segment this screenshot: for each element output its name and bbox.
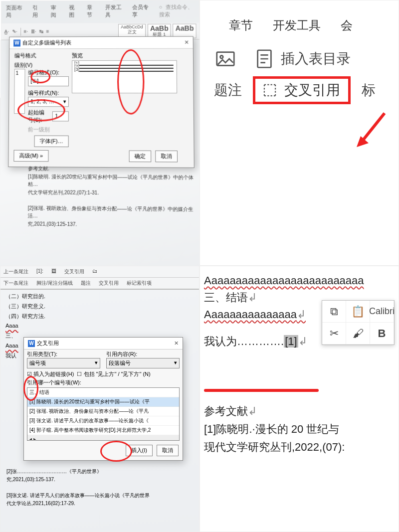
- tab[interactable]: 引用: [31, 4, 42, 21]
- annotation-underline: [204, 389, 319, 392]
- context-mini-toolbar: ⧉ 📋 Calibri ✂ 🖌 B: [322, 300, 395, 345]
- list-item[interactable]: [4] 郭子暄. 高中整本书阅读教学研究[D].河北师范大学,2: [27, 426, 179, 435]
- ok-button[interactable]: 确定: [129, 151, 152, 163]
- number-style-select[interactable]: 1, 2, 3, …▾: [28, 97, 69, 107]
- image-icon: [214, 47, 237, 70]
- ribbon-tabs: 页面布局 引用 审阅 视图 章节 开发工具 会员专享 ○ 查找命令、搜索: [1, 0, 200, 23]
- font-button[interactable]: 字体(F)…: [34, 136, 68, 147]
- indent-icon[interactable]: ↹: [39, 29, 43, 34]
- dialog-custom-multilevel-list: W自定义多级编号列表✕ 编号格式 级别(V) 1 编号格式(O): [①] 编号…: [8, 36, 195, 168]
- cut-icon[interactable]: ✂: [322, 323, 346, 345]
- table-of-figures-icon: [253, 47, 276, 70]
- cross-reference-button[interactable]: 交叉引用: [99, 280, 119, 287]
- label-level: 级别(V): [14, 61, 69, 69]
- tab[interactable]: 会员专享: [131, 3, 151, 21]
- cross-reference-button[interactable]: 交叉引用: [253, 76, 351, 104]
- tab-member[interactable]: 会: [341, 17, 353, 33]
- copy-icon[interactable]: ⧉: [322, 301, 346, 323]
- reference-entry: 现代文学研究丛刊,2022,(07):: [204, 440, 399, 455]
- format-painter-icon[interactable]: 🖌: [346, 323, 370, 345]
- label-prev-level: 前一级别: [28, 126, 69, 133]
- annotation-arrow-icon: [355, 110, 390, 150]
- separator-button[interactable]: 脚注/尾注分隔线: [36, 280, 73, 287]
- caption-button[interactable]: 题注: [81, 280, 91, 287]
- numbering-icon[interactable]: ≣·: [31, 29, 36, 34]
- label-which-item: 引用哪一个编号项(W):: [24, 379, 183, 386]
- list-item[interactable]: [3] 张文诺. 讲述平凡人们的改革故事——论长篇小说《: [27, 416, 179, 426]
- prev-endnote[interactable]: 上一条尾注: [3, 268, 28, 275]
- caption-label[interactable]: 题注: [214, 76, 242, 104]
- group-label: 编号格式: [14, 52, 69, 59]
- close-icon[interactable]: ✕: [174, 340, 179, 347]
- body-text: Aaaaaaaaaaaaaaaaaaaaaaaaaa: [204, 274, 399, 287]
- panel-numbering-dialog-photo: 页面布局 引用 审阅 视图 章节 开发工具 会员专享 ○ 查找命令、搜索 A̲·…: [0, 0, 202, 271]
- hyperlink-checkbox[interactable]: ☑ 插入为超链接(H): [27, 371, 74, 377]
- ribbon-tabs: 章节 开发工具 会: [205, 12, 399, 47]
- highlight-icon[interactable]: ✎·: [12, 29, 17, 34]
- label-number-format: 编号格式(O):: [28, 69, 69, 76]
- panel-document-result: Aaaaaaaaaaaaaaaaaaaaaaaaaa 三、结语↲ Aaaaaaa…: [200, 266, 399, 532]
- list-item[interactable]: [1] 陈晓明. 漫长的20世纪与重写乡村中国——试论《平: [27, 397, 179, 407]
- inserted-cross-reference[interactable]: [1]: [284, 335, 298, 348]
- format-icon[interactable]: A̲·: [4, 29, 9, 34]
- insert-button[interactable]: 插入(I): [126, 445, 153, 456]
- cancel-button[interactable]: 取消: [157, 445, 179, 456]
- dialog-title: 自定义多级编号列表: [22, 39, 71, 46]
- dialog-cross-reference: W交叉引用✕ 引用类型(T): 编号项▾ 引用内容(R): 段落编号▾ ☑ 插入…: [23, 337, 183, 461]
- tab[interactable]: 章节: [86, 4, 97, 21]
- label-ref-type: 引用类型(T):: [27, 351, 100, 358]
- font-name[interactable]: Calibri: [370, 301, 394, 323]
- footnote-number-icon: [1]:: [36, 268, 43, 275]
- svg-point-1: [220, 55, 223, 58]
- search-box[interactable]: ○ 查找命令、搜索: [158, 3, 197, 21]
- close-icon[interactable]: ✕: [185, 39, 189, 46]
- tab[interactable]: 审阅: [49, 4, 60, 21]
- ribbon-toolbar: 上一条尾注 [1]: 🖼 交叉引用 🗂: [0, 266, 199, 278]
- cross-reference-icon: [260, 81, 279, 100]
- align-icon[interactable]: ≡: [46, 29, 49, 34]
- preview-box: [72, 60, 177, 93]
- bold-button[interactable]: B: [370, 323, 394, 345]
- include-above-below-checkbox[interactable]: ☐ 包括 "见上方" / "见下方" (N): [77, 371, 150, 377]
- references-heading: 参考文献↲: [204, 404, 399, 419]
- group-label-preview: 预览: [72, 52, 177, 59]
- insert-table-of-figures-button[interactable]: 插入表目录: [253, 47, 351, 70]
- list-item[interactable]: 三、结语: [27, 388, 179, 397]
- tab-developer[interactable]: 开发工具: [273, 17, 321, 33]
- tab[interactable]: 开发工具: [104, 3, 124, 21]
- wps-logo-icon: W: [13, 39, 20, 46]
- ref-content-select[interactable]: 段落编号▾: [106, 358, 180, 368]
- insert-toc-button[interactable]: 交叉引用: [64, 268, 84, 275]
- mark-entry-label[interactable]: 标: [362, 76, 399, 104]
- label-number-style: 编号样式(N):: [28, 89, 69, 97]
- level-list[interactable]: 1: [14, 69, 25, 114]
- list-item[interactable]: [2] 张瑶. 视听政治、身份象征与资本分配——论《平凡: [27, 407, 179, 416]
- paste-icon[interactable]: 📋: [346, 301, 370, 323]
- tab[interactable]: 页面布局: [4, 4, 24, 21]
- next-endnote[interactable]: 下一条尾注: [3, 280, 28, 287]
- cancel-button[interactable]: 取消: [155, 151, 178, 163]
- ref-type-select[interactable]: 编号项▾: [27, 358, 100, 368]
- reference-entry: [1]陈晓明.·漫长的 20 世纪与: [204, 422, 399, 437]
- label-ref-content: 引用内容(R):: [106, 351, 180, 358]
- insert-image-button[interactable]: [214, 47, 242, 70]
- panel-ribbon-crossref-zoom: 章节 开发工具 会 插入表目录 题注 交叉引用 标: [200, 0, 399, 266]
- document-body-text: 参考文献. [1]陈晓明. 漫长的20世纪与重写乡村中国——试论《平凡的世界》中…: [28, 165, 197, 229]
- label-start-at: 起始编号(S):: [28, 109, 50, 124]
- document-text-below: [2]张…………………………《平凡的世界》 究,2021,(03):125-13…: [6, 468, 197, 508]
- tab-sections[interactable]: 章节: [229, 17, 253, 33]
- mark-index-button[interactable]: 标记索引项: [127, 280, 152, 287]
- tab[interactable]: 视图: [67, 4, 79, 21]
- wps-logo-icon: W: [28, 340, 35, 347]
- reference-items-list[interactable]: 三、结语 [1] 陈晓明. 漫长的20世纪与重写乡村中国——试论《平 [2] 张…: [27, 387, 180, 441]
- mark-index-icon[interactable]: 🗂: [92, 268, 97, 275]
- start-at-input[interactable]: 1: [52, 111, 69, 121]
- ribbon-toolbar-row2: 下一条尾注 脚注/尾注分隔线 题注 交叉引用 标记索引项: [0, 278, 199, 290]
- panel-crossref-dialog-photo: 上一条尾注 [1]: 🖼 交叉引用 🗂 下一条尾注 脚注/尾注分隔线 题注 交叉…: [0, 266, 200, 532]
- image-icon[interactable]: 🖼: [51, 268, 56, 275]
- advanced-button[interactable]: 高级(M) »: [13, 150, 48, 162]
- scrollbar[interactable]: ◂ ▸: [27, 435, 179, 440]
- number-format-input[interactable]: [①]: [28, 76, 69, 86]
- dialog-title: 交叉引用: [37, 340, 59, 347]
- list-icon[interactable]: ≡·: [24, 29, 28, 34]
